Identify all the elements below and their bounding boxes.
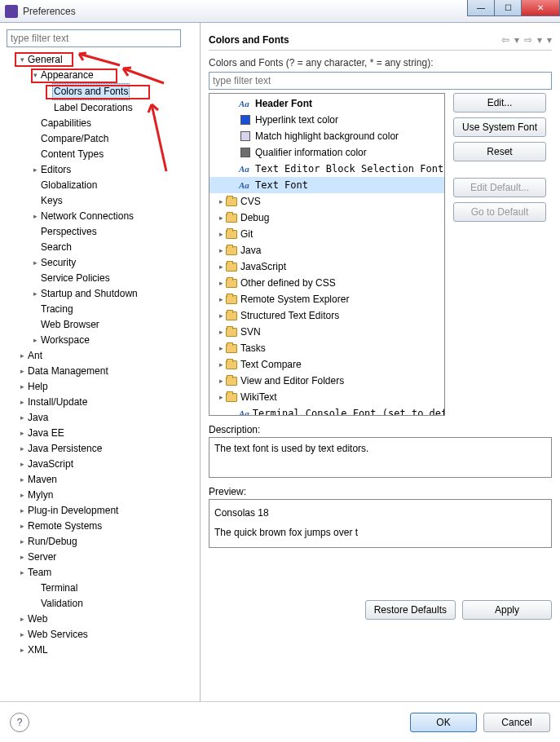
tree-item[interactable]: ▸Colors and Fonts bbox=[7, 83, 193, 100]
colors-fonts-item[interactable]: ▸JavaScript bbox=[209, 258, 444, 275]
tree-item[interactable]: ▸Maven bbox=[7, 472, 193, 488]
colors-fonts-item[interactable]: Match highlight background color bbox=[209, 128, 444, 144]
colors-fonts-item[interactable]: AaTerminal Console Font (set to default bbox=[209, 405, 444, 416]
caret-right-icon[interactable]: ▸ bbox=[216, 344, 226, 352]
tree-item[interactable]: ▸Help bbox=[7, 379, 193, 395]
tree-item[interactable]: ▸Startup and Shutdown bbox=[7, 286, 193, 302]
tree-item[interactable]: ▸Service Policies bbox=[7, 271, 193, 286]
caret-right-icon[interactable]: ▸ bbox=[18, 643, 26, 658]
colors-fonts-item[interactable]: ▸Tasks bbox=[209, 340, 444, 356]
tree-item[interactable]: ▸Server bbox=[7, 550, 193, 565]
tree-item[interactable]: ▸Keys bbox=[7, 193, 193, 209]
colors-fonts-tree[interactable]: AaHeader FontHyperlink text colorMatch h… bbox=[209, 93, 445, 416]
caret-right-icon[interactable]: ▸ bbox=[216, 295, 226, 303]
right-filter-input[interactable] bbox=[209, 72, 552, 90]
caret-right-icon[interactable]: ▸ bbox=[18, 426, 26, 441]
colors-fonts-item[interactable]: ▸Debug bbox=[209, 210, 444, 226]
caret-right-icon[interactable]: ▸ bbox=[216, 360, 226, 369]
tree-item[interactable]: ▸Terminal bbox=[7, 581, 193, 596]
back-menu-icon[interactable]: ▾ bbox=[514, 34, 519, 46]
colors-fonts-item[interactable]: Hyperlink text color bbox=[209, 112, 444, 128]
caret-right-icon[interactable]: ▸ bbox=[18, 364, 26, 379]
caret-right-icon[interactable]: ▸ bbox=[18, 503, 26, 519]
edit-button[interactable]: Edit... bbox=[453, 93, 546, 113]
tree-item[interactable]: ▸Web Services bbox=[7, 627, 193, 643]
close-button[interactable]: ✕ bbox=[521, 0, 560, 16]
forward-menu-icon[interactable]: ▾ bbox=[537, 34, 542, 46]
caret-right-icon[interactable]: ▸ bbox=[18, 441, 26, 457]
tree-item[interactable]: ▸Web Browser bbox=[7, 317, 193, 333]
tree-item[interactable]: ▸Globalization bbox=[7, 178, 193, 193]
tree-item[interactable]: ▸Search bbox=[7, 240, 193, 255]
reset-button[interactable]: Reset bbox=[453, 142, 546, 161]
caret-down-icon[interactable]: ▾ bbox=[18, 52, 26, 68]
tree-item[interactable]: ▸Java Persistence bbox=[7, 441, 193, 457]
tree-item[interactable]: ▸Data Management bbox=[7, 364, 193, 379]
tree-item[interactable]: ▸Install/Update bbox=[7, 395, 193, 410]
caret-right-icon[interactable]: ▸ bbox=[31, 209, 39, 224]
caret-right-icon[interactable]: ▸ bbox=[216, 263, 226, 271]
tree-item[interactable]: ▸XML bbox=[7, 643, 193, 658]
cancel-button[interactable]: Cancel bbox=[483, 713, 550, 732]
colors-fonts-item[interactable]: AaText Editor Block Selection Font bbox=[209, 161, 444, 177]
tree-item[interactable]: ▸Network Connections bbox=[7, 209, 193, 224]
caret-right-icon[interactable]: ▸ bbox=[31, 286, 39, 302]
caret-right-icon[interactable]: ▸ bbox=[18, 457, 26, 472]
tree-item[interactable]: ▸JavaScript bbox=[7, 457, 193, 472]
colors-fonts-item[interactable]: ▸CVS bbox=[209, 193, 444, 210]
tree-item[interactable]: ▸Run/Debug bbox=[7, 534, 193, 550]
tree-item[interactable]: ▸Editors bbox=[7, 162, 193, 178]
tree-item[interactable]: ▸Web bbox=[7, 612, 193, 627]
caret-right-icon[interactable]: ▸ bbox=[216, 377, 226, 385]
caret-right-icon[interactable]: ▸ bbox=[18, 565, 26, 581]
tree-item[interactable]: ▸Team bbox=[7, 565, 193, 581]
caret-right-icon[interactable]: ▸ bbox=[18, 534, 26, 550]
colors-fonts-item[interactable]: ▸Git bbox=[209, 226, 444, 242]
caret-right-icon[interactable]: ▸ bbox=[216, 230, 226, 238]
colors-fonts-item[interactable]: ▸Remote System Explorer bbox=[209, 291, 444, 307]
colors-fonts-item[interactable]: ▸SVN bbox=[209, 324, 444, 340]
colors-fonts-item[interactable]: AaHeader Font bbox=[209, 95, 444, 112]
colors-fonts-item[interactable]: ▸WikiText bbox=[209, 389, 444, 405]
tree-item[interactable]: ▸Validation bbox=[7, 596, 193, 612]
tree-item[interactable]: ▸Mylyn bbox=[7, 488, 193, 503]
caret-right-icon[interactable]: ▸ bbox=[31, 333, 39, 348]
tree-item[interactable]: ▾Appearance bbox=[7, 68, 193, 83]
colors-fonts-item[interactable]: ▸Text Compare bbox=[209, 356, 444, 373]
caret-down-icon[interactable]: ▾ bbox=[31, 68, 39, 83]
caret-right-icon[interactable]: ▸ bbox=[31, 162, 39, 178]
caret-right-icon[interactable]: ▸ bbox=[216, 197, 226, 205]
tree-item[interactable]: ▸Compare/Patch bbox=[7, 131, 193, 147]
tree-item[interactable]: ▸Java EE bbox=[7, 426, 193, 441]
tree-item[interactable]: ▸Java bbox=[7, 410, 193, 426]
caret-right-icon[interactable]: ▸ bbox=[216, 246, 226, 254]
minimize-button[interactable]: — bbox=[467, 0, 495, 16]
tree-item[interactable]: ▾General bbox=[7, 52, 193, 68]
caret-right-icon[interactable]: ▸ bbox=[18, 348, 26, 364]
apply-button[interactable]: Apply bbox=[462, 600, 552, 620]
tree-item[interactable]: ▸Security bbox=[7, 255, 193, 271]
use-system-font-button[interactable]: Use System Font bbox=[453, 117, 546, 137]
restore-defaults-button[interactable]: Restore Defaults bbox=[365, 600, 456, 620]
colors-fonts-item[interactable]: ▸Other defined by CSS bbox=[209, 275, 444, 291]
caret-right-icon[interactable]: ▸ bbox=[18, 410, 26, 426]
ok-button[interactable]: OK bbox=[410, 713, 477, 732]
colors-fonts-item[interactable]: ▸Structured Text Editors bbox=[209, 307, 444, 324]
left-filter-input[interactable] bbox=[7, 29, 181, 47]
caret-right-icon[interactable]: ▸ bbox=[216, 279, 226, 287]
caret-right-icon[interactable]: ▸ bbox=[18, 395, 26, 410]
maximize-button[interactable]: ☐ bbox=[494, 0, 522, 16]
tree-item[interactable]: ▸Label Decorations bbox=[7, 100, 193, 116]
colors-fonts-item[interactable]: ▸View and Editor Folders bbox=[209, 373, 444, 389]
caret-right-icon[interactable]: ▸ bbox=[18, 627, 26, 643]
caret-right-icon[interactable]: ▸ bbox=[216, 328, 226, 336]
tree-item[interactable]: ▸Content Types bbox=[7, 147, 193, 162]
caret-right-icon[interactable]: ▸ bbox=[18, 472, 26, 488]
preferences-tree[interactable]: ▾General▾Appearance▸Colors and Fonts▸Lab… bbox=[7, 52, 193, 658]
tree-item[interactable]: ▸Workspace bbox=[7, 333, 193, 348]
caret-right-icon[interactable]: ▸ bbox=[18, 488, 26, 503]
caret-right-icon[interactable]: ▸ bbox=[18, 612, 26, 627]
tree-item[interactable]: ▸Ant bbox=[7, 348, 193, 364]
tree-item[interactable]: ▸Remote Systems bbox=[7, 519, 193, 534]
tree-item[interactable]: ▸Plug-in Development bbox=[7, 503, 193, 519]
